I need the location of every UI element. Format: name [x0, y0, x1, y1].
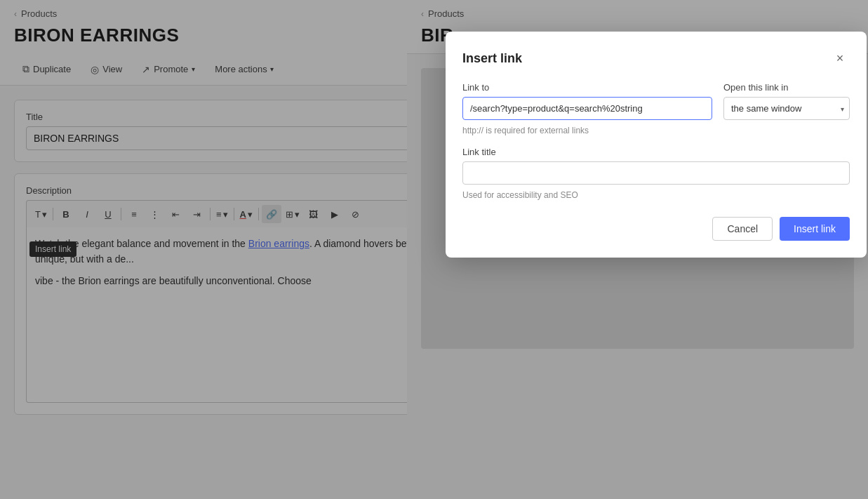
- link-title-field: Link title: [462, 147, 850, 185]
- link-to-input[interactable]: [462, 97, 712, 120]
- open-in-field: Open this link in the same window a new …: [723, 82, 850, 120]
- open-in-label: Open this link in: [723, 82, 850, 93]
- modal-footer: Cancel Insert link: [462, 217, 850, 241]
- link-title-label: Link title: [462, 147, 850, 157]
- link-title-hint: Used for accessibility and SEO: [462, 190, 850, 200]
- open-in-select[interactable]: the same window a new window: [723, 97, 850, 120]
- link-hint: http:// is required for external links: [462, 126, 850, 135]
- insert-link-modal: Insert link × Link to Open this link in …: [446, 32, 867, 258]
- modal-title: Insert link: [462, 51, 522, 66]
- modal-top-row: Link to Open this link in the same windo…: [462, 82, 850, 120]
- modal-close-button[interactable]: ×: [830, 48, 850, 68]
- close-icon: ×: [836, 51, 844, 66]
- modal-header: Insert link ×: [462, 48, 850, 68]
- link-title-input[interactable]: [462, 161, 850, 185]
- link-to-field: Link to: [462, 82, 712, 120]
- cancel-button[interactable]: Cancel: [712, 217, 773, 241]
- insert-link-submit-button[interactable]: Insert link: [780, 217, 850, 241]
- link-to-label: Link to: [462, 82, 712, 93]
- open-in-select-wrap: the same window a new window ▾: [723, 97, 850, 120]
